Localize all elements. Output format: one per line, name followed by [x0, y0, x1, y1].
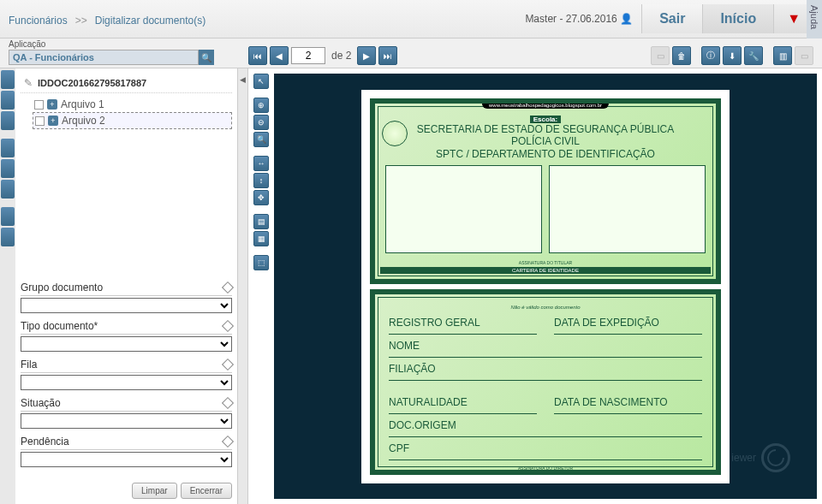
policia-label: POLÍCIA CIVIL: [511, 135, 580, 147]
ajuda-tab[interactable]: Ajuda: [807, 0, 822, 39]
expand-icon[interactable]: +: [48, 116, 58, 126]
cpf-field: CPF: [389, 442, 702, 460]
assinatura-titular: ASSINATURA DO TITULAR: [382, 260, 709, 265]
edit-icon[interactable]: ✎: [24, 77, 33, 89]
last-page-button[interactable]: ⏭: [378, 46, 397, 65]
situacao-select[interactable]: [21, 413, 232, 429]
aplicacao-search-button[interactable]: 🔍: [199, 50, 214, 65]
breadcrumb-sep: >>: [75, 15, 87, 27]
limpar-button[interactable]: Limpar: [132, 483, 177, 499]
diamond-icon: [222, 436, 234, 448]
prev-page-button[interactable]: ◀: [270, 46, 289, 65]
user-info: Master - 27.06.2016: [525, 13, 633, 25]
data-exp-field: DATA DE EXPEDIÇÃO: [554, 317, 702, 335]
first-page-button[interactable]: ⏮: [248, 46, 267, 65]
diamond-icon: [222, 320, 234, 332]
id-card-front: www.meustrabalhospedagogicos.blogspot.co…: [370, 98, 721, 284]
rail-btn-7[interactable]: [1, 207, 15, 226]
fila-label: Fila: [21, 359, 37, 371]
encerrar-button[interactable]: Encerrar: [181, 483, 232, 499]
escola-label: Escola:: [530, 116, 561, 124]
sptc-label: SPTC / DEPARTAMENTO DE IDENTIFICAÇÃO: [436, 148, 655, 160]
fit-width-button[interactable]: ↔: [253, 156, 269, 171]
layout2-button: ▭: [795, 46, 813, 65]
info-button[interactable]: ⓘ: [701, 46, 720, 65]
breadcrumb-main: Funcionários: [9, 15, 68, 27]
diamond-icon: [222, 359, 234, 371]
diamond-icon: [222, 397, 234, 409]
breadcrumb-page: Digitalizar documento(s): [95, 15, 206, 27]
rail-btn-4[interactable]: [1, 139, 15, 157]
crop-tool[interactable]: ⬚: [253, 255, 269, 270]
document-id: IDDOC201662795817887: [38, 78, 146, 88]
watermark: iewer: [731, 443, 790, 472]
seal-icon: [382, 121, 408, 146]
lei-footer: LEI Nº 7.116 DE 29/08/88: [380, 472, 711, 475]
nao-valido-label: Não é válido como documento: [382, 305, 709, 310]
tipo-label: Tipo documento*: [21, 320, 98, 332]
tree-item-arquivo-1[interactable]: + Arquivo 1: [33, 97, 232, 112]
tree-item-label: Arquivo 2: [62, 115, 105, 127]
pendencia-select[interactable]: [21, 452, 232, 467]
rail-btn-6[interactable]: [1, 180, 15, 199]
page-view-2[interactable]: ▦: [253, 231, 269, 246]
breadcrumb: Funcionários >> Digitalizar documento(s): [9, 10, 525, 28]
file-tree: + Arquivo 1 + Arquivo 2: [21, 93, 232, 133]
registro-field: REGISTRO GERAL: [389, 317, 537, 335]
pointer-tool[interactable]: ↖: [253, 74, 269, 89]
rail-btn-2[interactable]: [1, 91, 15, 110]
page-of-label: de 2: [328, 50, 354, 62]
card-url: www.meustrabalhospedagogicos.blogspot.co…: [482, 102, 609, 109]
rail-btn-8[interactable]: [1, 228, 15, 246]
settings-button[interactable]: 🔧: [744, 46, 763, 65]
rail-btn-5[interactable]: [1, 159, 15, 178]
document-page: www.meustrabalhospedagogicos.blogspot.co…: [361, 90, 730, 483]
aplicacao-input[interactable]: [9, 50, 199, 65]
sair-button[interactable]: Sair: [641, 4, 702, 33]
photo-box-1: [385, 165, 542, 252]
zoom-tool[interactable]: 🔍: [253, 132, 269, 147]
fila-select[interactable]: [21, 375, 232, 390]
expand-icon[interactable]: +: [47, 99, 57, 110]
viewer-toolbar: ↖ ⊕ ⊖ 🔍 ↔ ↕ ✥ ▤ ▦ ⬚: [253, 74, 271, 499]
fit-height-button[interactable]: ↕: [253, 173, 269, 188]
next-page-button[interactable]: ▶: [357, 46, 376, 65]
checkbox-icon[interactable]: [35, 116, 45, 126]
data-nasc-field: DATA DE NASCIMENTO: [554, 396, 702, 414]
grupo-label: Grupo documento: [21, 282, 103, 294]
page-input[interactable]: [291, 47, 325, 64]
nome-field: NOME: [389, 340, 702, 358]
left-rail: [0, 68, 15, 504]
doc-origem-field: DOC.ORIGEM: [389, 419, 702, 437]
situacao-label: Situação: [21, 397, 61, 409]
photo-box-2: [549, 165, 706, 252]
naturalidade-field: NATURALIDADE: [389, 396, 537, 414]
tool-disabled-button: ▭: [651, 46, 670, 65]
aplicacao-label: Aplicação: [9, 39, 214, 49]
rail-btn-1[interactable]: [1, 70, 15, 89]
filiacao-field: FILIAÇÃO: [389, 363, 702, 381]
id-card-back: Não é válido como documento REGISTRO GER…: [370, 289, 721, 475]
assinatura-diretor: ASSINATURA DO DIRETOR: [382, 465, 709, 471]
tipo-select[interactable]: [21, 336, 232, 352]
diamond-icon: [222, 282, 234, 294]
page-view-1[interactable]: ▤: [253, 214, 269, 229]
inicio-button[interactable]: Início: [702, 4, 773, 33]
secretaria-label: SECRETARIA DE ESTADO DE SEGURANÇA PÚBLIC…: [417, 123, 674, 135]
checkbox-icon[interactable]: [34, 100, 44, 110]
tree-item-label: Arquivo 1: [61, 98, 104, 110]
layout-button[interactable]: ▥: [773, 46, 792, 65]
collapse-panel-button[interactable]: ◀: [238, 68, 248, 504]
tree-item-arquivo-2[interactable]: + Arquivo 2: [33, 112, 232, 129]
document-viewer[interactable]: www.meustrabalhospedagogicos.blogspot.co…: [274, 74, 817, 499]
zoom-out-button[interactable]: ⊖: [253, 115, 269, 130]
rail-btn-3[interactable]: [1, 111, 15, 130]
pan-tool[interactable]: ✥: [253, 190, 269, 205]
side-panel: ✎ IDDOC201662795817887 + Arquivo 1 + Arq…: [15, 68, 238, 504]
delete-button[interactable]: 🗑: [672, 46, 691, 65]
grupo-select[interactable]: [21, 298, 232, 313]
download-button[interactable]: ⬇: [723, 46, 742, 65]
zoom-in-button[interactable]: ⊕: [253, 98, 269, 113]
carteira-footer: CARTEIRA DE IDENTIDADE: [380, 267, 711, 274]
watermark-logo-icon: [761, 443, 790, 472]
